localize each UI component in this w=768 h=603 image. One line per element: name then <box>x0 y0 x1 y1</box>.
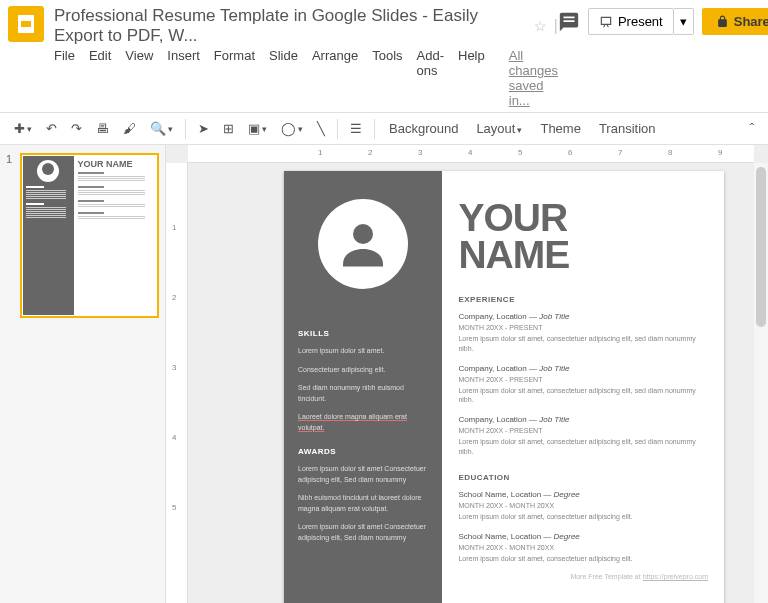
awards-heading: AWARDS <box>298 447 428 456</box>
textbox-tool[interactable]: ⊞ <box>217 116 240 141</box>
lock-icon <box>716 15 729 28</box>
slide-panel: 1 YOUR NAME <box>0 145 166 603</box>
menu-edit[interactable]: Edit <box>89 48 111 108</box>
exp-body: Lorem ipsum dolor sit amet, consectetuer… <box>458 334 708 354</box>
edu-line: School Name, Location — Degree <box>458 532 708 541</box>
exp-line: Company, Location — Job Title <box>458 312 708 321</box>
edu-line: School Name, Location — Degree <box>458 490 708 499</box>
share-label: Share <box>734 14 768 29</box>
awards-text: Lorem ipsum dolor sit amet Consectetuer … <box>298 464 428 485</box>
toolbar: ✚▾ ↶ ↷ 🖶 🖌 🔍▾ ➤ ⊞ ▣▾ ◯▾ ╲ ☰ Background L… <box>0 112 768 145</box>
transition-button[interactable]: Transition <box>591 117 664 140</box>
background-button[interactable]: Background <box>381 117 466 140</box>
layout-button[interactable]: Layout▾ <box>468 117 530 140</box>
chevron-up-icon[interactable]: ˆ <box>744 116 760 141</box>
separator <box>337 119 338 139</box>
svg-point-2 <box>353 224 373 244</box>
svg-rect-1 <box>21 21 31 27</box>
new-slide-button[interactable]: ✚▾ <box>8 116 38 141</box>
select-tool[interactable]: ➤ <box>192 116 215 141</box>
image-tool[interactable]: ▣▾ <box>242 116 273 141</box>
vertical-ruler: 1 2 3 4 5 <box>166 163 188 603</box>
thumb-name: YOUR NAME <box>78 160 153 169</box>
present-button[interactable]: Present <box>588 8 674 35</box>
footer-link: More Free Template at https://preivepro.… <box>458 573 708 580</box>
exp-line: Company, Location — Job Title <box>458 364 708 373</box>
comment-tool[interactable]: ☰ <box>344 116 368 141</box>
exp-date: MONTH 20XX - PRESENT <box>458 324 708 331</box>
awards-text: Lorem ipsum dolor sit amet Consectetuer … <box>298 522 428 543</box>
menu-arrange[interactable]: Arrange <box>312 48 358 108</box>
menu-slide[interactable]: Slide <box>269 48 298 108</box>
menu-addons[interactable]: Add-ons <box>417 48 444 108</box>
theme-button[interactable]: Theme <box>532 117 588 140</box>
menu-insert[interactable]: Insert <box>167 48 200 108</box>
separator <box>185 119 186 139</box>
menu-format[interactable]: Format <box>214 48 255 108</box>
skills-text: Laoreet dolore magna aliquam erat volutp… <box>298 412 428 433</box>
menu-help[interactable]: Help <box>458 48 485 108</box>
canvas[interactable]: 1 2 3 4 5 6 7 8 9 1 2 3 4 5 SKILLS Lorem… <box>166 145 768 603</box>
name-heading: YOURNAME <box>458 199 708 273</box>
line-tool[interactable]: ╲ <box>311 116 331 141</box>
slide-number: 1 <box>6 153 16 318</box>
skills-text: Lorem ipsum dolor sit amet. <box>298 346 428 357</box>
exp-line: Company, Location — Job Title <box>458 415 708 424</box>
menubar: File Edit View Insert Format Slide Arran… <box>54 48 558 108</box>
resume-sidebar: SKILLS Lorem ipsum dolor sit amet. Conse… <box>284 171 442 603</box>
share-button[interactable]: Share <box>702 8 768 35</box>
comments-icon[interactable] <box>558 11 580 33</box>
avatar-icon <box>318 199 408 289</box>
exp-date: MONTH 20XX - PRESENT <box>458 376 708 383</box>
redo-button[interactable]: ↷ <box>65 116 88 141</box>
experience-heading: EXPERIENCE <box>458 295 708 304</box>
menu-tools[interactable]: Tools <box>372 48 402 108</box>
edu-date: MONTH 20XX - MONTH 20XX <box>458 502 708 509</box>
awards-text: Nibh euismod tincidunt ut laoreet dolore… <box>298 493 428 514</box>
star-icon[interactable]: ☆ <box>534 18 547 34</box>
menu-view[interactable]: View <box>125 48 153 108</box>
skills-text: Sed diam nonummy nibh euismod tincidunt. <box>298 383 428 404</box>
print-button[interactable]: 🖶 <box>90 116 115 141</box>
save-status[interactable]: All changes saved in... <box>509 48 558 108</box>
undo-button[interactable]: ↶ <box>40 116 63 141</box>
skills-text: Consectetuer adipiscing elit. <box>298 365 428 376</box>
exp-body: Lorem ipsum dolor sit amet, consectetuer… <box>458 437 708 457</box>
edu-body: Lorem ipsum dolor sit amet, consectetuer… <box>458 512 708 522</box>
shape-tool[interactable]: ◯▾ <box>275 116 309 141</box>
slide-thumbnail[interactable]: YOUR NAME <box>20 153 159 318</box>
present-icon <box>599 15 613 29</box>
present-label: Present <box>618 14 663 29</box>
skills-heading: SKILLS <box>298 329 428 338</box>
zoom-button[interactable]: 🔍▾ <box>144 116 179 141</box>
paint-format-button[interactable]: 🖌 <box>117 116 142 141</box>
vertical-scrollbar[interactable] <box>754 163 768 603</box>
app-logo[interactable] <box>8 6 44 42</box>
slide-canvas[interactable]: SKILLS Lorem ipsum dolor sit amet. Conse… <box>284 171 724 603</box>
edu-date: MONTH 20XX - MONTH 20XX <box>458 544 708 551</box>
horizontal-ruler: 1 2 3 4 5 6 7 8 9 <box>188 145 754 163</box>
menu-file[interactable]: File <box>54 48 75 108</box>
exp-body: Lorem ipsum dolor sit amet, consectetuer… <box>458 386 708 406</box>
edu-body: Lorem ipsum dolor sit amet, consectetuer… <box>458 554 708 564</box>
resume-main: YOURNAME EXPERIENCE Company, Location — … <box>442 171 724 603</box>
exp-date: MONTH 20XX - PRESENT <box>458 427 708 434</box>
education-heading: EDUCATION <box>458 473 708 482</box>
separator <box>374 119 375 139</box>
present-dropdown[interactable]: ▾ <box>674 8 694 35</box>
document-title[interactable]: Professional Resume Template in Google S… <box>54 6 526 46</box>
